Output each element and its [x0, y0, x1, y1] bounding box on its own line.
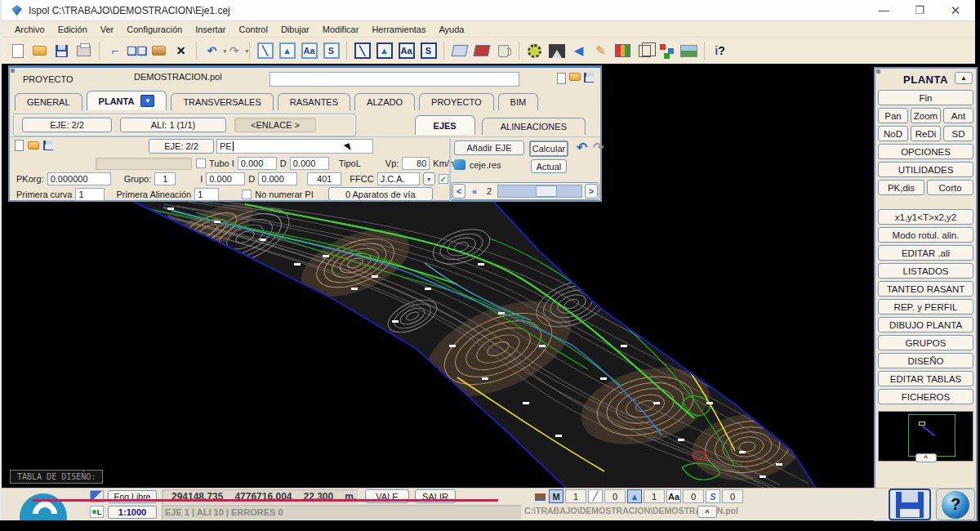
open-folder-icon[interactable]: [28, 141, 39, 149]
actual-button[interactable]: Actual: [531, 159, 567, 173]
paste-icon[interactable]: [149, 42, 168, 60]
draw-polyline-icon[interactable]: S: [322, 42, 341, 60]
sidebar-sd-button[interactable]: SD: [943, 126, 973, 141]
menu-dibujar[interactable]: Dibujar: [274, 23, 316, 36]
grupo-input[interactable]: 1: [154, 172, 176, 185]
jug-icon[interactable]: [494, 42, 513, 60]
tab-rasantes[interactable]: RASANTES: [278, 93, 350, 110]
open-folder-icon[interactable]: [569, 73, 581, 81]
menu-herramientas[interactable]: Herramientas: [365, 23, 432, 36]
aparatos-button[interactable]: 0 Aparatos de vía: [328, 187, 433, 201]
sidebar-nod-button[interactable]: NoD: [878, 126, 908, 141]
redo-icon[interactable]: ↷: [593, 140, 604, 155]
overview-minimap[interactable]: ^: [878, 411, 973, 462]
gear-icon[interactable]: [525, 42, 544, 60]
anadir-eje-button[interactable]: Añadir EJE: [454, 141, 524, 155]
open-folder-icon[interactable]: [30, 42, 49, 60]
minimap-expand-button[interactable]: ^: [915, 453, 937, 462]
new-icon[interactable]: [15, 140, 24, 151]
pkorg-input[interactable]: 0.000000: [47, 172, 111, 185]
sketch-pencil-icon[interactable]: ✎: [591, 42, 610, 60]
info-icon[interactable]: i?: [710, 42, 729, 60]
minimap-viewport[interactable]: [908, 414, 956, 457]
i-input[interactable]: 0.000: [206, 172, 245, 185]
sidebar-editar-ali-button[interactable]: EDITAR .ali: [878, 245, 973, 261]
sidebar-xy-button[interactable]: x1,y1<T>x2,y2: [878, 209, 973, 225]
redo-icon[interactable]: ↷▾: [225, 42, 243, 60]
menu-ayuda[interactable]: Ayuda: [432, 23, 470, 36]
menu-modificar[interactable]: Modificar: [316, 23, 366, 36]
big-save-button[interactable]: [889, 489, 931, 520]
nav-next-button[interactable]: >: [585, 184, 598, 199]
tab-bim[interactable]: BIM: [498, 93, 539, 110]
tab-alzado[interactable]: ALZADO: [354, 93, 415, 110]
sidebar-pan-button[interactable]: Pan: [878, 108, 908, 123]
landscape-icon[interactable]: [679, 42, 698, 60]
no-numerar-checkbox[interactable]: [242, 190, 252, 199]
ffcc-select[interactable]: J.C.A.: [377, 172, 420, 185]
points-m-icon[interactable]: [472, 42, 491, 60]
subtab-ejes[interactable]: EJES: [415, 115, 475, 135]
copy-icon[interactable]: ❑❑: [127, 42, 146, 60]
sidebar-ficheros-button[interactable]: FICHEROS: [878, 389, 973, 404]
triangle-count-icon[interactable]: ▲: [627, 489, 642, 503]
sidebar-rep-perfil-button[interactable]: REP. y PERFIL: [878, 299, 973, 315]
nav-scrollbar[interactable]: [497, 185, 582, 198]
enlace-button[interactable]: <ENLACE >: [234, 118, 316, 132]
new-icon[interactable]: [8, 42, 27, 60]
sidebar-tanteo-rasant-button[interactable]: TANTEO RASANT: [878, 281, 973, 297]
terrain-photo-icon[interactable]: [547, 42, 566, 60]
path-up-button[interactable]: ^: [697, 506, 717, 518]
menu-control[interactable]: Control: [232, 23, 274, 36]
undo-icon[interactable]: ↶: [577, 140, 587, 155]
menu-insertar[interactable]: Insertar: [189, 23, 232, 36]
menu-ver[interactable]: Ver: [94, 23, 121, 36]
sidebar-editar-tablas-button[interactable]: EDITAR TABLAS: [878, 371, 973, 386]
tabla-diseno-label[interactable]: TABLA DE DISEÑO:: [10, 470, 103, 484]
sidebar-redi-button[interactable]: ReDi: [911, 126, 941, 141]
menu-configuracion[interactable]: Configuración: [120, 23, 189, 36]
d-input[interactable]: 0.000: [258, 172, 297, 185]
tab-planta[interactable]: PLANTA ▼: [87, 91, 167, 110]
scheme-icon[interactable]: [657, 42, 676, 60]
sidebar-listados-button[interactable]: LISTADOS: [878, 263, 973, 279]
sidebar-dibujo-planta-button[interactable]: DIBUJO PLANTA: [878, 317, 973, 332]
help-button[interactable]: ?: [936, 489, 975, 520]
line-count-icon[interactable]: ╱: [588, 489, 603, 503]
sidebar-zoom-button[interactable]: Zoom: [911, 108, 941, 123]
film-icon[interactable]: [613, 42, 632, 60]
nav-first-button[interactable]: «: [468, 184, 481, 199]
eje-selector-button[interactable]: EJE: 2/2: [22, 118, 112, 132]
menu-archivo[interactable]: Archivo: [8, 23, 51, 36]
menu-edicion[interactable]: Edición: [51, 23, 94, 36]
new-icon[interactable]: [557, 73, 566, 84]
primera-alineacion-input[interactable]: 1: [194, 188, 219, 201]
tubo-d-input[interactable]: 0.000: [290, 157, 329, 170]
minimize-button[interactable]: —: [867, 0, 900, 20]
sidebar-grupos-button[interactable]: GRUPOS: [878, 335, 973, 350]
survey-points-icon[interactable]: [450, 42, 469, 60]
sidebar-fin-button[interactable]: Fin: [878, 90, 973, 105]
draw-image-icon[interactable]: ▲: [278, 42, 296, 60]
sidebar-corto-button[interactable]: Corto: [927, 180, 973, 195]
ali-selector-button[interactable]: ALI: 1 (1/1): [120, 118, 226, 132]
sidebar-opciones-button[interactable]: OPCIONES: [878, 144, 973, 159]
tubo-checkbox[interactable]: [196, 158, 206, 168]
undo-icon[interactable]: ↶▾: [203, 42, 221, 60]
tab-transversales[interactable]: TRANSVERSALES: [171, 93, 273, 110]
tab-proyecto[interactable]: PROYECTO: [419, 93, 494, 110]
subtab-alineaciones[interactable]: ALINEACIONES: [482, 118, 586, 135]
save-icon[interactable]: [43, 141, 53, 150]
spline-count-icon[interactable]: S: [706, 489, 720, 503]
planta-dropdown-button[interactable]: ▼: [140, 95, 154, 107]
marks-m-icon[interactable]: M: [549, 489, 564, 503]
sidebar-pkdis-button[interactable]: PK,dis: [878, 180, 924, 195]
nav-prev-button[interactable]: <: [452, 184, 466, 199]
sidebar-collapse-button[interactable]: ▲: [955, 72, 973, 84]
vp-input[interactable]: 80: [402, 157, 430, 170]
draw-text-icon[interactable]: Aa: [300, 42, 318, 60]
cube-icon[interactable]: [635, 42, 654, 60]
sidebar-diseno-button[interactable]: DISEÑO: [878, 353, 973, 368]
ffcc-checkbox[interactable]: ✓: [439, 174, 448, 184]
tab-general[interactable]: GENERAL: [15, 93, 82, 110]
